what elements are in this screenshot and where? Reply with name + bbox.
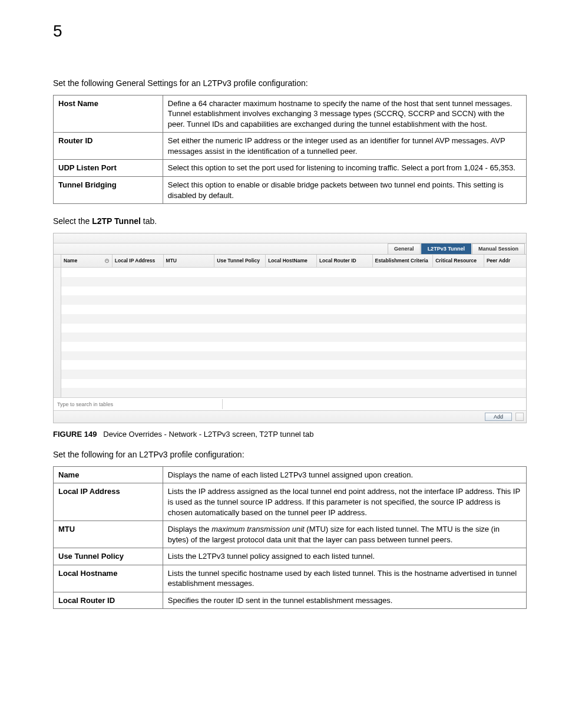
page: 5 Set the following General Settings for… xyxy=(0,0,562,728)
col-label: Local Router ID xyxy=(319,258,356,264)
setting-desc: Lists the tunnel specific hostname used … xyxy=(163,565,526,592)
tab-manual-session[interactable]: Manual Session xyxy=(472,243,525,253)
tab-l2tpv3-tunnel[interactable]: L2TPv3 Tunnel xyxy=(421,243,471,253)
table-row: Use Tunnel Policy Lists the L2TPv3 tunne… xyxy=(54,548,527,565)
col-local-ip[interactable]: Local IP Address xyxy=(113,255,164,267)
text-italic: maximum transmission unit xyxy=(211,525,305,533)
setting-label: Local IP Address xyxy=(54,483,163,521)
figure-title: Device Overrides - Network - L2TPv3 scre… xyxy=(103,430,313,439)
grid-footer: Add xyxy=(54,410,526,423)
l2tp-tunnel-grid-panel: General L2TPv3 Tunnel Manual Session Nam… xyxy=(53,233,527,423)
table-row: Tunnel Bridging Select this option to en… xyxy=(54,176,527,203)
table-row: Local IP Address Lists the IP address as… xyxy=(54,483,527,521)
col-label: Peer Addr xyxy=(487,258,510,264)
intro-general-settings: Set the following General Settings for a… xyxy=(53,78,527,89)
col-local-host[interactable]: Local HostName xyxy=(266,255,317,267)
chapter-number: 5 xyxy=(53,20,527,42)
setting-desc: Displays the name of each listed L2TPv3 … xyxy=(163,466,526,483)
tab-general[interactable]: General xyxy=(388,243,421,253)
grid-headers: Name Local IP Address MTU Use Tunnel Pol… xyxy=(61,255,526,267)
grid-tabs: General L2TPv3 Tunnel Manual Session xyxy=(54,243,526,255)
add-button[interactable]: Add xyxy=(485,413,512,421)
search-input[interactable] xyxy=(54,401,166,408)
setting-desc: Displays the maximum transmission unit (… xyxy=(163,521,526,548)
col-label: Name xyxy=(64,258,77,264)
setting-desc: Set either the numeric IP address or the… xyxy=(163,133,526,160)
grid-body[interactable] xyxy=(54,268,526,397)
col-critical[interactable]: Critical Resource xyxy=(433,255,484,267)
general-settings-table: Host Name Define a 64 character maximum … xyxy=(53,95,527,204)
col-label: Critical Resource xyxy=(435,258,477,264)
table-row: MTU Displays the maximum transmission un… xyxy=(54,521,527,548)
setting-desc: Define a 64 character maximum hostname t… xyxy=(163,95,526,133)
col-use-tunnel[interactable]: Use Tunnel Policy xyxy=(214,255,266,267)
setting-desc: Lists the L2TPv3 tunnel policy assigned … xyxy=(163,548,526,565)
col-label: MTU xyxy=(166,258,177,264)
row-selector-column xyxy=(54,255,61,267)
sort-icon xyxy=(104,258,110,263)
grid-rows-empty xyxy=(61,268,526,397)
table-row: UDP Listen Port Select this option to se… xyxy=(54,160,527,177)
svg-point-0 xyxy=(105,259,108,263)
text: tab. xyxy=(141,216,157,226)
col-label: Use Tunnel Policy xyxy=(217,258,260,264)
intro-profile-config: Set the following for an L2TPv3 profile … xyxy=(53,449,527,460)
grid-header-row: Name Local IP Address MTU Use Tunnel Pol… xyxy=(54,255,526,268)
setting-desc: Select this option to enable or disable … xyxy=(163,176,526,203)
setting-label: Router ID xyxy=(54,133,163,160)
footer-extra-button[interactable] xyxy=(515,413,524,421)
text: Select the xyxy=(53,216,92,226)
table-row: Local Hostname Lists the tunnel specific… xyxy=(54,565,527,592)
setting-label: Name xyxy=(54,466,163,483)
setting-label: Local Hostname xyxy=(54,565,163,592)
col-establish[interactable]: Establishment Criteria xyxy=(373,255,434,267)
setting-desc: Lists the IP address assigned as the loc… xyxy=(163,483,526,521)
col-label: Establishment Criteria xyxy=(375,258,428,264)
text-bold: L2TP Tunnel xyxy=(92,216,141,226)
setting-label: MTU xyxy=(54,521,163,548)
col-label: Local HostName xyxy=(268,258,308,264)
col-local-router[interactable]: Local Router ID xyxy=(317,255,373,267)
setting-desc: Select this option to set the port used … xyxy=(163,160,526,177)
setting-label: Tunnel Bridging xyxy=(54,176,163,203)
figure-number: FIGURE 149 xyxy=(53,430,97,439)
table-row: Local Router ID Specifies the router ID … xyxy=(54,592,527,609)
divider xyxy=(222,399,223,409)
panel-gradient-bar xyxy=(54,233,526,243)
row-selector-column xyxy=(54,268,61,397)
setting-label: UDP Listen Port xyxy=(54,160,163,177)
text: Displays the xyxy=(168,525,211,533)
table-row: Host Name Define a 64 character maximum … xyxy=(54,95,527,133)
setting-label: Host Name xyxy=(54,95,163,133)
col-peer[interactable]: Peer Addr xyxy=(484,255,526,267)
setting-label: Use Tunnel Policy xyxy=(54,548,163,565)
select-tab-instruction: Select the L2TP Tunnel tab. xyxy=(53,216,527,227)
table-row: Name Displays the name of each listed L2… xyxy=(54,466,527,483)
col-name[interactable]: Name xyxy=(61,255,113,267)
col-label: Local IP Address xyxy=(115,258,156,264)
grid-search-row xyxy=(54,397,526,410)
col-mtu[interactable]: MTU xyxy=(164,255,215,267)
tunnel-columns-table: Name Displays the name of each listed L2… xyxy=(53,466,527,609)
setting-desc: Specifies the router ID sent in the tunn… xyxy=(163,592,526,609)
table-row: Router ID Set either the numeric IP addr… xyxy=(54,133,527,160)
figure-caption: FIGURE 149 Device Overrides - Network - … xyxy=(53,429,527,440)
setting-label: Local Router ID xyxy=(54,592,163,609)
